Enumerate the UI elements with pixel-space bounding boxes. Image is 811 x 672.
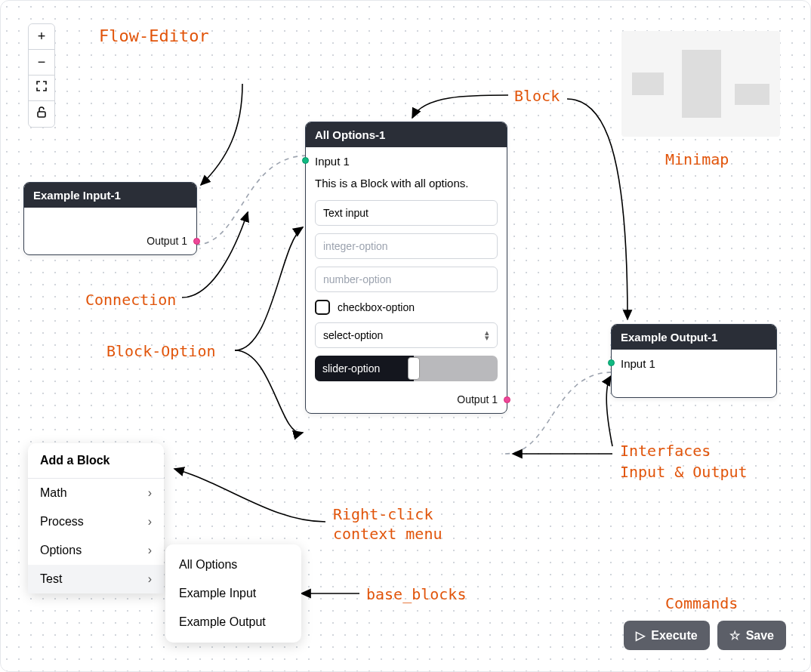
svg-rect-0	[38, 112, 45, 117]
output-port[interactable]	[504, 396, 510, 403]
annotation-commands: Commands	[665, 594, 738, 612]
annotation-connection: Connection	[85, 291, 176, 309]
flow-editor-canvas[interactable]: + − Example Input-1 Output 1 All Options…	[0, 0, 811, 672]
chevron-right-icon: ›	[148, 515, 152, 529]
input-port-label: Input 1	[315, 155, 498, 168]
annotation-minimap: Minimap	[665, 150, 729, 168]
canvas-toolbar: + −	[28, 23, 55, 128]
output-port-label: Output 1	[457, 393, 498, 405]
fit-screen-button[interactable]	[29, 76, 54, 101]
checkbox-label: checkbox-option	[338, 301, 415, 313]
block-description: This is a Block with all options.	[315, 177, 498, 190]
context-menu-item-process[interactable]: Process›	[28, 507, 164, 536]
block-example-output[interactable]: Example Output-1 Input 1	[611, 324, 777, 398]
annotation-block: Block	[514, 87, 560, 105]
minimap-node	[682, 50, 721, 118]
annotation-block-option: Block-Option	[106, 342, 216, 360]
minimap-node	[735, 84, 769, 105]
minimap-node	[632, 72, 664, 95]
chevron-right-icon: ›	[148, 572, 152, 586]
minimap[interactable]	[621, 31, 780, 137]
annotation-context-menu-l1: Right-click	[333, 505, 433, 523]
command-bar: ▷ Execute ☆ Save	[624, 621, 786, 650]
input-port[interactable]	[608, 359, 615, 366]
block-all-options[interactable]: All Options-1 Input 1 This is a Block wi…	[305, 122, 507, 414]
annotation-interfaces-l2: Input & Output	[620, 463, 748, 481]
slider-handle[interactable]	[408, 357, 420, 380]
number-option-input[interactable]	[315, 267, 498, 292]
context-menu-item-options[interactable]: Options›	[28, 536, 164, 565]
lock-button[interactable]	[29, 101, 54, 127]
chevron-right-icon: ›	[148, 544, 152, 557]
checkbox-option[interactable]	[315, 300, 330, 315]
submenu-item-example-output[interactable]: Example Output	[165, 608, 301, 637]
select-option[interactable]: select-option ▴▾	[315, 322, 498, 348]
input-port[interactable]	[302, 157, 309, 164]
context-menu[interactable]: Add a Block Math› Process› Options› Test…	[28, 443, 164, 593]
block-title: Example Input-1	[24, 183, 196, 208]
annotation-base-blocks: base_blocks	[366, 585, 466, 603]
submenu-item-all-options[interactable]: All Options	[165, 550, 301, 579]
select-value: select-option	[323, 329, 383, 341]
block-title: Example Output-1	[612, 325, 776, 350]
text-option-input[interactable]	[315, 200, 498, 226]
execute-button[interactable]: ▷ Execute	[624, 621, 709, 650]
output-port[interactable]	[193, 238, 200, 245]
annotation-context-menu-l2: context menu	[333, 525, 443, 543]
plus-icon: +	[38, 29, 46, 45]
annotation-flow-editor: Flow-Editor	[99, 26, 209, 45]
zoom-in-button[interactable]: +	[29, 24, 54, 50]
submenu-item-example-input[interactable]: Example Input	[165, 579, 301, 608]
minus-icon: −	[38, 54, 46, 70]
chevron-right-icon: ›	[148, 486, 152, 500]
fit-screen-icon	[35, 80, 48, 96]
zoom-out-button[interactable]: −	[29, 50, 54, 76]
input-port-label: Input 1	[621, 357, 767, 370]
annotation-interfaces-l1: Interfaces	[620, 442, 711, 460]
context-menu-item-test[interactable]: Test›	[28, 565, 164, 593]
save-button[interactable]: ☆ Save	[717, 621, 786, 650]
unlock-icon	[36, 106, 47, 122]
star-icon: ☆	[729, 628, 740, 643]
context-submenu[interactable]: All Options Example Input Example Output	[165, 544, 301, 643]
integer-option-input[interactable]	[315, 233, 498, 259]
context-menu-title: Add a Block	[28, 443, 164, 479]
play-icon: ▷	[636, 628, 645, 643]
slider-label: slider-option	[322, 362, 380, 375]
context-menu-item-math[interactable]: Math›	[28, 479, 164, 507]
slider-option[interactable]: slider-option	[315, 356, 498, 381]
output-port-label: Output 1	[146, 235, 187, 247]
block-title: All Options-1	[306, 122, 507, 147]
chevron-up-down-icon: ▴▾	[485, 330, 489, 341]
block-example-input[interactable]: Example Input-1 Output 1	[23, 182, 197, 255]
